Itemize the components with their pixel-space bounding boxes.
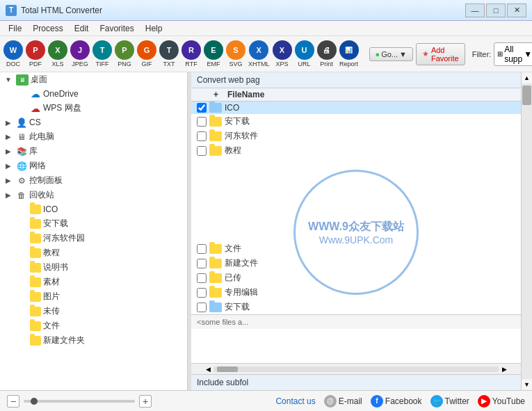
go-button[interactable]: ● Go... ▼ <box>369 47 413 61</box>
tree-item-untransferred[interactable]: 未传 <box>0 304 187 319</box>
tree-item-tutorial[interactable]: 教程 <box>0 245 187 260</box>
menu-file[interactable]: File <box>3 22 27 35</box>
file-checkbox-tutorial[interactable] <box>197 146 207 156</box>
tool-emf-label: EMF <box>207 61 220 67</box>
tree-item-hedong[interactable]: 河东软件园 <box>0 231 187 245</box>
tool-png[interactable]: P PNG <box>114 39 135 69</box>
tool-doc[interactable]: W DOC <box>3 39 24 69</box>
menu-help[interactable]: Help <box>140 22 168 35</box>
tree-item-control-panel[interactable]: ▶ ⚙ 控制面板 <box>0 173 187 188</box>
menu-favorites[interactable]: Favorites <box>94 22 139 35</box>
onedrive-icon: ☁ <box>30 88 41 99</box>
file-row-andownload[interactable]: 安下载 <box>191 114 521 129</box>
facebook-link[interactable]: f Facebook <box>371 395 422 408</box>
status-left: − + <box>7 395 152 408</box>
tree-item-recycle[interactable]: ▶ 🗑 回收站 <box>0 188 187 202</box>
xps-icon: X <box>273 40 292 60</box>
scroll-right-btn[interactable]: ▶ <box>499 364 510 374</box>
tool-xps[interactable]: X XPS <box>272 39 293 69</box>
tree-item-files[interactable]: 文件 <box>0 319 187 333</box>
tool-pdf[interactable]: P PDF <box>25 39 46 69</box>
zoom-in-button[interactable]: + <box>139 395 152 408</box>
zoom-out-button[interactable]: − <box>7 395 19 408</box>
library-icon: 📚 <box>16 146 27 157</box>
file-checkbox-hedong[interactable] <box>197 131 207 141</box>
file-row-andownload2[interactable]: 安下载 <box>191 300 521 314</box>
tool-xls[interactable]: X XLS <box>47 39 68 69</box>
tree-item-cs[interactable]: ▶ 👤 CS <box>0 115 187 129</box>
tree-item-library[interactable]: ▶ 📚 库 <box>0 144 187 159</box>
tool-tiff[interactable]: T TIFF <box>92 39 113 69</box>
scroll-left-btn[interactable]: ◀ <box>202 364 213 374</box>
zoom-slider[interactable] <box>24 400 135 403</box>
file-checkbox-andownload2[interactable] <box>197 303 207 312</box>
tree-item-manual[interactable]: 说明书 <box>0 260 187 275</box>
tool-rtf[interactable]: R RTF <box>181 39 202 69</box>
maximize-button[interactable]: □ <box>486 3 506 17</box>
tool-xls-label: XLS <box>51 61 63 67</box>
folder-icon <box>209 146 222 156</box>
tool-gif[interactable]: G GIF <box>136 39 157 69</box>
file-list: ICO 安下载 河东软件 教程 WWW.9众友下载站 Ww <box>191 102 521 363</box>
file-row-special[interactable]: 专用编辑 <box>191 285 521 300</box>
email-icon: @ <box>324 395 337 408</box>
tree-item-label: 安下载 <box>43 218 68 229</box>
horizontal-scrollbar[interactable]: ◀ ▶ <box>191 363 521 374</box>
tree-item-andownload[interactable]: 安下载 <box>0 216 187 231</box>
contact-us-link[interactable]: Contact us <box>275 396 315 406</box>
window-title: Total HTML Converter <box>21 6 465 15</box>
file-name: 专用编辑 <box>225 287 258 298</box>
tool-emf[interactable]: E EMF <box>203 39 224 69</box>
youtube-link[interactable]: ▶ YouTube <box>478 395 525 408</box>
tree-item-computer[interactable]: ▶ 🖥 此电脑 <box>0 129 187 144</box>
jpeg-icon: J <box>70 40 90 60</box>
scroll-up-btn[interactable]: ▲ <box>522 72 532 83</box>
zoom-slider-thumb[interactable] <box>31 398 38 405</box>
file-checkbox-ico[interactable] <box>197 103 207 113</box>
file-row-newfile[interactable]: 新建文件 <box>191 256 521 271</box>
minimize-button[interactable]: — <box>465 3 485 17</box>
close-button[interactable]: ✕ <box>507 3 526 17</box>
tree-item-onedrive[interactable]: ☁ OneDrive <box>0 87 187 101</box>
folder-icon <box>209 259 222 268</box>
folder-icon <box>30 292 41 302</box>
menu-edit[interactable]: Edit <box>69 22 95 35</box>
file-checkbox-andownload[interactable] <box>197 117 207 127</box>
tool-xhtml[interactable]: X XHTML <box>248 39 271 69</box>
tree-item-wps[interactable]: ☁ WPS 网盘 <box>0 101 187 115</box>
tree-item-pictures[interactable]: 图片 <box>0 289 187 304</box>
tool-print[interactable]: 🖨 Print <box>316 39 337 69</box>
filter-select-wrapper[interactable]: ⊞ All supp ▼ <box>494 42 532 66</box>
tree-item-label: 教程 <box>43 247 60 259</box>
file-row-ico[interactable]: ICO <box>191 102 521 114</box>
scroll-track-right <box>522 83 532 379</box>
file-row-hedong[interactable]: 河东软件 <box>191 129 521 143</box>
menu-process[interactable]: Process <box>27 22 68 35</box>
tool-txt[interactable]: T TXT <box>159 39 179 69</box>
add-favorite-button[interactable]: ★ Add Favorite <box>416 43 465 65</box>
some-files-note: <some files a... <box>191 314 521 329</box>
tree-item-network[interactable]: ▶ 🌐 网络 <box>0 159 187 173</box>
file-checkbox-transferred[interactable] <box>197 273 207 283</box>
scroll-down-btn[interactable]: ▼ <box>522 379 532 390</box>
tool-jpeg[interactable]: J JPEG <box>70 39 90 69</box>
folder-icon <box>209 273 222 283</box>
tool-url[interactable]: U URL <box>294 39 315 69</box>
youtube-icon: ▶ <box>478 395 490 408</box>
tree-item-material[interactable]: 素材 <box>0 275 187 289</box>
file-checkbox-files[interactable] <box>197 244 207 254</box>
file-checkbox-newfile[interactable] <box>197 259 207 268</box>
file-row-files[interactable]: 文件 <box>191 241 521 256</box>
tree-item-desktop[interactable]: ▼ 🖥 桌面 <box>0 72 187 87</box>
file-row-tutorial[interactable]: 教程 <box>191 143 521 158</box>
right-vertical-scrollbar[interactable]: ▲ ▼ <box>521 72 532 390</box>
tree-item-ico[interactable]: ICO <box>0 202 187 216</box>
twitter-link[interactable]: 🐦 Twitter <box>430 395 469 408</box>
tool-svg[interactable]: S SVG <box>225 39 246 69</box>
email-link[interactable]: @ E-mail <box>324 395 362 408</box>
file-checkbox-special[interactable] <box>197 288 207 298</box>
twitter-icon: 🐦 <box>430 395 443 408</box>
tree-item-newdir[interactable]: 新建文件夹 <box>0 333 187 348</box>
tool-report[interactable]: 📊 Report <box>339 39 360 69</box>
file-row-transferred[interactable]: 已传 <box>191 271 521 285</box>
